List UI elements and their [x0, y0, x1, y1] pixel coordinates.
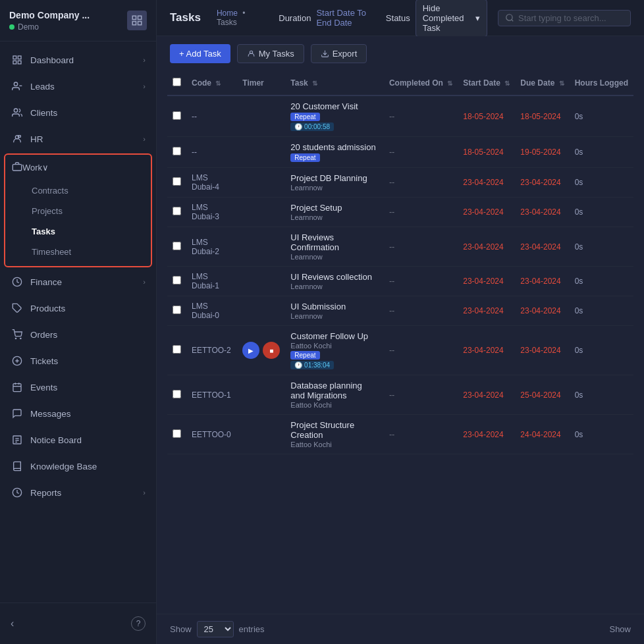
sidebar-item-projects[interactable]: Projects [5, 201, 151, 221]
knowledge-base-icon [11, 460, 24, 473]
sidebar-item-tickets[interactable]: Tickets [0, 348, 156, 374]
sidebar-item-reports[interactable]: Reports › [0, 479, 156, 506]
start-date: 23-04-2024 [458, 375, 515, 415]
task-info: UI SubmissionLearnnow [285, 296, 384, 326]
start-date: 18-05-2024 [458, 95, 515, 137]
sidebar-item-tasks[interactable]: Tasks [5, 221, 151, 242]
col-hours[interactable]: Hours Logged [570, 71, 633, 95]
row-checkbox[interactable] [173, 306, 181, 314]
due-date: 24-04-2024 [515, 415, 569, 454]
add-task-button[interactable]: + Add Task [170, 44, 230, 63]
hours-logged: 0s [570, 95, 633, 137]
export-button[interactable]: Export [311, 44, 367, 63]
timer-cell [237, 296, 285, 326]
hours-logged: 0s [570, 227, 633, 267]
search-input[interactable] [518, 13, 624, 23]
start-date: 18-05-2024 [458, 137, 515, 168]
sidebar-item-hr[interactable]: HR › [0, 126, 156, 152]
avatar[interactable] [127, 11, 147, 30]
sort-icon: ⇅ [215, 80, 221, 87]
col-due-date[interactable]: Due Date ⇅ [515, 71, 569, 95]
task-code: LMS Dubai-4 [186, 168, 237, 198]
table-row: --20 Customer VisitRepeat🕐 00:00:58--18-… [167, 95, 633, 137]
sidebar-item-events[interactable]: Events [0, 374, 156, 400]
sidebar-item-finance[interactable]: Finance › [0, 269, 156, 295]
row-checkbox[interactable] [173, 390, 181, 398]
hr-icon [11, 132, 24, 146]
sidebar-item-label: Knowledge Base [30, 462, 146, 471]
row-checkbox[interactable] [173, 207, 181, 215]
due-date: 23-04-2024 [515, 198, 569, 227]
row-checkbox[interactable] [173, 242, 181, 250]
svg-point-17 [20, 338, 21, 338]
task-name: 20 students admission [290, 142, 379, 152]
task-info: UI Reviews collectionLearnnow [285, 267, 384, 296]
help-button[interactable]: ? [131, 614, 146, 633]
sidebar-item-label: Messages [30, 409, 146, 419]
work-subitems: Contracts Projects Tasks Timesheet [5, 180, 151, 266]
export-label: Export [333, 49, 358, 59]
page-title: Tasks [170, 11, 201, 24]
sidebar-item-knowledge-base[interactable]: Knowledge Base [0, 453, 156, 479]
col-start-date[interactable]: Start Date ⇅ [458, 71, 515, 95]
svg-rect-1 [138, 16, 142, 19]
row-checkbox[interactable] [173, 147, 181, 155]
sidebar-item-products[interactable]: Products [0, 295, 156, 321]
svg-rect-12 [18, 136, 20, 138]
table-row: EETTOO-1Database planning and Migrations… [167, 375, 633, 415]
sidebar-footer: ‹ ? [0, 603, 156, 644]
select-all-checkbox[interactable] [173, 78, 181, 86]
completed-on: -- [384, 375, 458, 415]
timer-cell [237, 168, 285, 198]
sidebar-item-timesheet[interactable]: Timesheet [5, 242, 151, 262]
task-code: -- [186, 95, 237, 137]
timer-badge: 🕐 00:00:58 [290, 122, 334, 131]
sidebar-item-notice-board[interactable]: Notice Board [0, 427, 156, 453]
row-checkbox[interactable] [173, 111, 181, 120]
select-all-header[interactable] [167, 71, 186, 95]
svg-point-16 [15, 338, 16, 338]
col-task[interactable]: Task ⇅ [285, 71, 384, 95]
task-info: Project Structure CreationEattoo Kochi [285, 415, 384, 454]
breadcrumb-home[interactable]: Home [217, 9, 238, 18]
filter-group: Duration Start Date To End Date Status H… [279, 0, 487, 37]
sidebar-item-orders[interactable]: Orders [0, 321, 156, 348]
messages-icon [11, 407, 24, 420]
sidebar-item-leads[interactable]: Leads › [0, 73, 156, 99]
sidebar-nav: Dashboard › Leads › Clients HR › [0, 41, 156, 603]
sidebar-item-contracts[interactable]: Contracts [5, 180, 151, 201]
col-code[interactable]: Code ⇅ [186, 71, 237, 95]
my-tasks-button[interactable]: My Tasks [237, 44, 304, 63]
sidebar-item-messages[interactable]: Messages [0, 400, 156, 427]
col-timer[interactable]: Timer [237, 71, 285, 95]
task-sub: Eattoo Kochi [290, 401, 379, 409]
hours-logged: 0s [570, 296, 633, 326]
task-info: Project DB PlanningLearnnow [285, 168, 384, 198]
table-row: LMS Dubai-0UI SubmissionLearnnow--23-04-… [167, 296, 633, 326]
completed-on: -- [384, 168, 458, 198]
row-checkbox[interactable] [173, 177, 181, 186]
row-checkbox[interactable] [173, 345, 181, 354]
sidebar-item-work[interactable]: Work ∨ [5, 155, 151, 180]
task-info: 20 students admissionRepeat [285, 137, 384, 168]
leads-icon [11, 80, 24, 93]
task-code: EETTOO-2 [186, 326, 237, 375]
status-dropdown[interactable]: Hide Completed Task ▾ [416, 0, 487, 37]
col-completed-on[interactable]: Completed On ⇅ [384, 71, 458, 95]
start-date: 23-04-2024 [458, 198, 515, 227]
export-icon [321, 49, 329, 58]
sidebar-item-clients[interactable]: Clients [0, 99, 156, 126]
play-button[interactable]: ▶ [242, 342, 259, 359]
completed-on: -- [384, 326, 458, 375]
completed-on: -- [384, 227, 458, 267]
repeat-badge: Repeat [290, 113, 319, 121]
entries-select[interactable]: 25 50 100 [197, 621, 234, 637]
date-range-filter[interactable]: Start Date To End Date [316, 8, 372, 28]
row-checkbox[interactable] [173, 429, 181, 438]
stop-button[interactable]: ■ [263, 342, 280, 359]
sidebar-item-dashboard[interactable]: Dashboard › [0, 47, 156, 73]
collapse-sidebar-button[interactable]: ‹ [11, 614, 14, 633]
row-checkbox[interactable] [173, 276, 181, 284]
timer-cell [237, 198, 285, 227]
sidebar-item-label: Tickets [30, 356, 146, 366]
